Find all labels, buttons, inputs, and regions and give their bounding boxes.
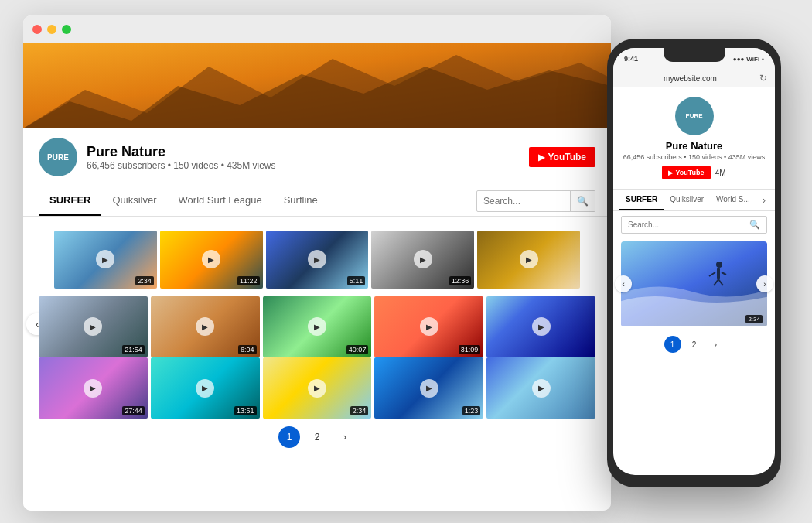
video-thumb-13[interactable]: ▶ 2:34 <box>263 357 372 419</box>
play-icon-5: ▶ <box>520 250 538 268</box>
play-icon-13: ▶ <box>308 379 326 398</box>
play-icon-15: ▶ <box>532 379 551 398</box>
mobile-carousel-next-button[interactable]: › <box>756 275 773 292</box>
play-icon-6: ▶ <box>84 317 102 336</box>
mobile-pagination: 1 2 › <box>613 330 775 359</box>
video-thumb-10[interactable]: ▶ <box>486 296 595 357</box>
search-input[interactable] <box>477 196 570 207</box>
video-thumb-9[interactable]: ▶ 31:09 <box>374 296 483 357</box>
video-thumb-14[interactable]: ▶ 1:23 <box>374 357 483 419</box>
play-icon-3: ▶ <box>308 250 326 268</box>
video-duration-4: 12:36 <box>449 276 472 285</box>
video-duration-13: 2:34 <box>350 406 369 415</box>
video-thumb-2[interactable]: ▶ 11:22 <box>160 231 263 289</box>
play-icon-7: ▶ <box>196 317 214 336</box>
play-icon-10: ▶ <box>532 317 551 336</box>
mobile-youtube-button[interactable]: ▶ YouTube <box>662 166 710 179</box>
mobile-channel-avatar: PURE <box>675 97 714 135</box>
video-duration-1: 2:34 <box>135 276 154 285</box>
video-duration-11: 27:44 <box>122 406 145 415</box>
phone-url-bar[interactable]: mywebsite.com ↻ <box>613 70 775 87</box>
mobile-tab-world-surf[interactable]: World S... <box>710 190 756 210</box>
phone-url: mywebsite.com <box>621 74 759 83</box>
mobile-tab-surfer[interactable]: SURFER <box>619 190 664 210</box>
desktop-browser: PURE Pure Nature 66,456 subscribers • 15… <box>23 15 611 511</box>
video-thumb-1[interactable]: ▶ 2:34 <box>54 231 157 289</box>
play-icon-8: ▶ <box>308 317 326 336</box>
video-thumb-15[interactable]: ▶ <box>486 357 595 419</box>
mobile-channel-header: PURE Pure Nature 66,456 subscribers • 15… <box>613 87 775 190</box>
channel-stats: 66,456 subscribers • 150 videos • 435M v… <box>87 160 276 171</box>
tab-world-surf-league[interactable]: World Surf League <box>168 186 273 216</box>
tab-surfline[interactable]: Surfline <box>273 186 329 216</box>
mobile-page-next-button[interactable]: › <box>708 336 725 353</box>
search-bar[interactable]: 🔍 <box>476 190 595 212</box>
maximize-dot[interactable] <box>62 25 71 34</box>
phone-content: PURE Pure Nature 66,456 subscribers • 15… <box>613 87 775 475</box>
mobile-video-thumb[interactable]: 2:34 <box>621 241 767 326</box>
video-grid-row-1: ▶ 2:34 ▶ 11:22 ▶ 5:11 ▶ <box>39 223 595 296</box>
page-next-button[interactable]: › <box>334 426 356 448</box>
video-duration-2: 11:22 <box>237 276 260 285</box>
tab-surfer[interactable]: SURFER <box>39 186 101 216</box>
mobile-page-1-button[interactable]: 1 <box>664 336 681 353</box>
mobile-nav-more-icon[interactable]: › <box>759 192 769 209</box>
play-icon-11: ▶ <box>84 379 102 398</box>
close-dot[interactable] <box>32 25 42 34</box>
browser-content: PURE Pure Nature 66,456 subscribers • 15… <box>23 43 611 511</box>
status-icons: ●●● WiFi ▪ <box>733 56 764 63</box>
channel-info: Pure Nature 66,456 subscribers • 150 vid… <box>87 144 276 171</box>
video-thumb-8[interactable]: ▶ 40:07 <box>263 296 372 357</box>
video-thumb-3[interactable]: ▶ 5:11 <box>266 231 369 289</box>
channel-nav: SURFER Quiksilver World Surf League Surf… <box>23 186 611 217</box>
video-thumb-4[interactable]: ▶ 12:36 <box>371 231 474 289</box>
channel-name: Pure Nature <box>87 144 276 160</box>
mobile-carousel-prev-button[interactable]: ‹ <box>615 275 632 292</box>
play-icon-1: ▶ <box>96 250 114 268</box>
video-thumb-12[interactable]: ▶ 13:51 <box>151 357 260 419</box>
subscribe-button[interactable]: ▶ YouTube <box>529 147 595 167</box>
refresh-icon[interactable]: ↻ <box>759 73 767 84</box>
mobile-page-2-button[interactable]: 2 <box>686 336 703 353</box>
wifi-icon: WiFi <box>746 56 759 63</box>
channel-header: PURE Pure Nature 66,456 subscribers • 15… <box>23 128 611 186</box>
mobile-channel-name: Pure Nature <box>666 140 723 152</box>
scene: PURE Pure Nature 66,456 subscribers • 15… <box>0 0 812 523</box>
play-icon-12: ▶ <box>196 379 214 398</box>
video-duration-6: 21:54 <box>122 345 145 354</box>
browser-titlebar <box>23 15 611 43</box>
mobile-search-input[interactable] <box>628 220 749 229</box>
mobile-channel-stats: 66,456 subscribers • 150 videos • 435M v… <box>623 153 765 161</box>
play-icon-9: ▶ <box>420 317 438 336</box>
mobile-video-carousel: 2:34 ‹ › <box>621 241 767 326</box>
channel-banner <box>23 43 611 128</box>
video-thumb-6[interactable]: ▶ 21:54 <box>39 296 148 357</box>
video-duration-12: 13:51 <box>234 406 257 415</box>
mobile-tab-quiksilver[interactable]: Quiksilver <box>664 190 710 210</box>
video-duration-8: 40:07 <box>346 345 369 354</box>
mobile-search-bar[interactable]: 🔍 <box>621 216 767 234</box>
mobile-nav: SURFER Quiksilver World S... › <box>613 190 775 211</box>
signal-icon: ●●● <box>733 56 745 63</box>
play-icon-2: ▶ <box>202 250 220 268</box>
svg-point-4 <box>716 262 722 268</box>
battery-icon: ▪ <box>762 56 764 63</box>
tab-quiksilver[interactable]: Quiksilver <box>101 186 167 216</box>
mobile-search-icon: 🔍 <box>749 220 760 230</box>
pagination: 1 2 › <box>23 419 611 456</box>
page-2-button[interactable]: 2 <box>306 426 328 448</box>
video-grid-row-3: ▶ 27:44 ▶ 13:51 ▶ 2:34 ▶ <box>39 357 595 419</box>
video-duration-9: 31:09 <box>459 345 481 354</box>
page-1-button[interactable]: 1 <box>278 426 300 448</box>
video-thumb-11[interactable]: ▶ 27:44 <box>39 357 148 419</box>
youtube-page: PURE Pure Nature 66,456 subscribers • 15… <box>23 43 611 511</box>
phone-notch <box>664 48 725 62</box>
video-thumb-5[interactable]: ▶ <box>477 231 580 289</box>
phone-screen: 9:41 ●●● WiFi ▪ mywebsite.com ↻ PURE <box>613 48 775 475</box>
video-thumb-7[interactable]: ▶ 6:04 <box>151 296 260 357</box>
mobile-follow-count: 4M <box>715 169 726 177</box>
video-duration-14: 1:23 <box>462 406 481 415</box>
minimize-dot[interactable] <box>47 25 56 34</box>
mobile-video-duration: 2:34 <box>745 315 763 323</box>
subscribe-label: YouTube <box>548 152 586 162</box>
